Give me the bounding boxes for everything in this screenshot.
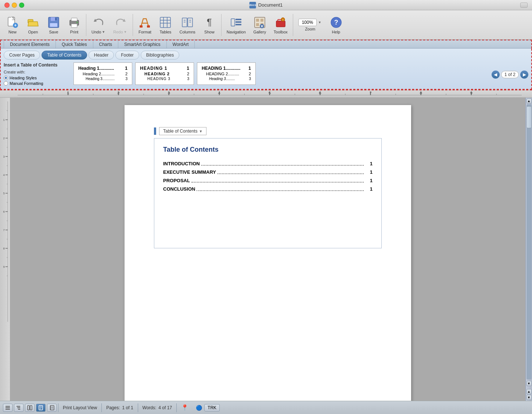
radio-heading-styles-circle[interactable] <box>4 76 8 80</box>
scroll-thumb[interactable] <box>526 106 532 128</box>
toc-preview-2[interactable]: HEADING 1 1 HEADING 2 2 HEADING 3 3 <box>135 62 194 85</box>
toc-prev-line-h2-s3: HEADING 2.......... 2 <box>202 72 251 76</box>
close-button[interactable] <box>4 3 10 8</box>
toc-next-page-button[interactable]: ▶ <box>520 71 528 79</box>
toc-entry-executive-summary[interactable]: EXECUTIVE SUMMARY 1 <box>163 169 373 175</box>
zoom-value[interactable]: 100% <box>298 19 317 26</box>
open-button[interactable]: Open <box>24 14 43 36</box>
vertical-scrollbar[interactable]: ▲ ▼ ▲ ▼ <box>525 98 532 401</box>
help-button[interactable]: ? Help <box>327 14 346 36</box>
status-divider-3 <box>138 403 138 412</box>
toc-panel: Insert a Table of Contents Create with: … <box>4 62 528 87</box>
ribbon-tab-bar: Document Elements Quick Tables Charts Sm… <box>0 40 532 48</box>
navigation-button[interactable]: Navigation <box>224 14 249 36</box>
status-divider-4 <box>176 403 177 412</box>
columns-button[interactable]: Columns <box>176 14 198 36</box>
print-button[interactable]: Print <box>65 14 84 36</box>
columns-icon <box>181 16 194 29</box>
view-outline-button[interactable] <box>14 404 24 412</box>
doc-toc-dropdown-arrow[interactable]: ▼ <box>199 129 202 133</box>
toc-preview-3[interactable]: HEADING 1............ 1 HEADING 2.......… <box>197 62 256 85</box>
undo-button[interactable]: Undo ▼ <box>89 14 109 36</box>
toc-entry-introduction[interactable]: INTRODUCTION 1 <box>163 161 373 166</box>
tables-button[interactable]: Tables <box>156 14 175 36</box>
toc-drag-handle[interactable] <box>154 127 156 135</box>
zoom-arrow[interactable]: ▼ <box>317 21 322 24</box>
redo-dropdown-arrow[interactable]: ▼ <box>123 30 128 34</box>
scroll-step-up-button[interactable]: ▲ <box>526 389 532 394</box>
redo-label-group: Redo ▼ <box>113 30 127 34</box>
svg-rect-19 <box>140 25 143 28</box>
svg-rect-39 <box>256 23 259 26</box>
scroll-step-down-button[interactable]: ▼ <box>526 395 532 400</box>
minimize-button[interactable] <box>12 3 17 8</box>
svg-rect-20 <box>147 25 150 28</box>
format-button[interactable]: Format <box>135 14 154 36</box>
svg-text:7: 7 <box>369 91 372 95</box>
toc-preview-1[interactable]: Heading 1............ 1 Heading 2.......… <box>73 62 132 85</box>
toc-entry-title-proposal: PROPOSAL <box>163 178 190 183</box>
subtab-bibliographies[interactable]: Bibliographies <box>141 51 179 60</box>
undo-dropdown-arrow[interactable]: ▼ <box>101 30 106 34</box>
toc-page-label: 1 of 2 <box>501 71 519 78</box>
view-normal-button[interactable] <box>3 404 12 412</box>
scroll-down-button[interactable]: ▼ <box>526 381 532 386</box>
tab-quick-tables[interactable]: Quick Tables <box>56 41 93 48</box>
toc-prev-page-button[interactable]: ◀ <box>492 71 500 79</box>
window-controls[interactable] <box>4 3 24 8</box>
svg-rect-9 <box>51 17 55 21</box>
toc-entry-conclusion[interactable]: CONCLUSION 1 <box>163 186 373 192</box>
tab-document-elements[interactable]: Document Elements <box>4 41 56 48</box>
svg-text:2: 2 <box>117 91 120 95</box>
toc-entry-proposal[interactable]: PROPOSAL 1 <box>163 178 373 183</box>
window-resize-handle[interactable] <box>520 3 528 8</box>
view-publishing-button[interactable] <box>25 404 35 412</box>
tab-wordart[interactable]: WordArt <box>167 41 195 48</box>
undo-icon <box>92 16 105 29</box>
subtab-header[interactable]: Header <box>89 51 114 60</box>
radio-manual-formatting[interactable]: Manual Formatting <box>4 81 70 86</box>
svg-rect-34 <box>236 21 241 23</box>
gallery-button[interactable]: ▼ Gallery <box>250 14 269 36</box>
svg-rect-112 <box>18 409 20 410</box>
toc-entry-title-introduction: INTRODUCTION <box>163 161 200 166</box>
subtab-cover-pages[interactable]: Cover Pages <box>4 51 40 60</box>
toc-insert-label: Insert a Table of Contents <box>4 62 70 68</box>
document-area[interactable]: Table of Contents ▼ Table of Contents IN… <box>10 98 525 401</box>
doc-toc-tab[interactable]: Table of Contents ▼ <box>159 127 206 135</box>
trk-button[interactable]: TRK <box>204 404 220 411</box>
view-print-layout-button[interactable] <box>36 404 46 412</box>
view-notebook-button[interactable] <box>47 404 57 412</box>
horizontal-ruler: 1 2 3 4 5 6 7 8 9 <box>0 90 532 98</box>
maximize-button[interactable] <box>19 3 24 8</box>
toolbox-button[interactable]: i Toolbox <box>271 14 291 36</box>
toc-prev-line-h1-s1: Heading 1............ 1 <box>78 66 127 71</box>
zoom-button[interactable]: 100% ▼ Zoom <box>295 17 325 33</box>
new-button[interactable]: + New <box>3 14 22 36</box>
redo-button[interactable]: Redo ▼ <box>110 14 130 36</box>
zoom-control[interactable]: 100% ▼ <box>298 19 322 26</box>
svg-text:7: 7 <box>3 228 5 232</box>
tab-smartart[interactable]: SmartArt Graphics <box>118 41 167 48</box>
undo-label-group: Undo ▼ <box>91 30 106 34</box>
show-icon: ¶ <box>203 16 216 29</box>
pages-section: Pages: 1 of 1 <box>103 405 136 410</box>
scroll-track[interactable] <box>526 104 532 379</box>
toc-num-introduction: 1 <box>365 161 373 166</box>
tab-charts[interactable]: Charts <box>93 41 118 48</box>
save-button[interactable]: Save <box>44 14 63 36</box>
scroll-up-button[interactable]: ▲ <box>526 98 532 104</box>
open-icon <box>26 16 40 29</box>
toolbar-divider-1 <box>86 14 86 36</box>
toc-entry-title-executive: EXECUTIVE SUMMARY <box>163 169 216 175</box>
radio-manual-formatting-circle[interactable] <box>4 81 8 86</box>
subtab-toc[interactable]: Table of Contents <box>42 51 87 60</box>
radio-heading-styles[interactable]: Heading Styles <box>4 76 70 80</box>
doc-toc-content-box[interactable]: Table of Contents INTRODUCTION 1 EXECUTI… <box>154 138 382 248</box>
svg-text:6: 6 <box>319 91 321 95</box>
subtab-footer[interactable]: Footer <box>115 51 139 60</box>
svg-rect-38 <box>260 19 263 22</box>
show-button[interactable]: ¶ Show <box>200 14 219 36</box>
doc-toc-title: Table of Contents <box>163 146 373 154</box>
words-label: Words: <box>143 405 157 410</box>
